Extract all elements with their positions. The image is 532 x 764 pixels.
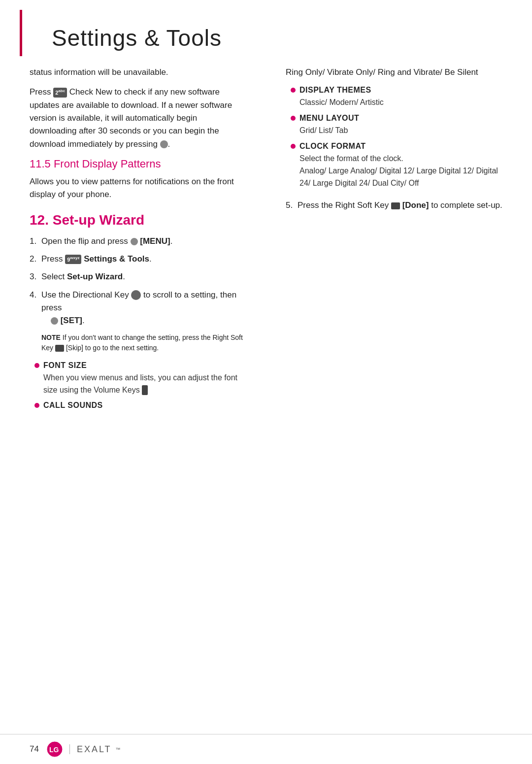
menu-layout-label: MENU LAYOUT	[291, 114, 502, 123]
step-1: 1. Open the flip and press [MENU].	[30, 235, 246, 248]
bullet-dot-layout	[291, 116, 296, 121]
menu-layout-body: Grid/ List/ Tab	[299, 125, 502, 137]
step-5-list: 5. Press the Right Soft Key [Done] to co…	[286, 199, 502, 212]
bullet-dot-font	[34, 363, 39, 368]
display-themes-body: Classic/ Modern/ Artistic	[299, 97, 502, 109]
trademark-symbol: ™	[116, 747, 121, 752]
brand-name: EXALT	[77, 744, 112, 755]
display-themes-section: DISPLAY THEMES Classic/ Modern/ Artistic	[291, 86, 502, 109]
step-4-bold: [SET]	[61, 316, 82, 325]
step-2-bold: Settings & Tools	[84, 254, 149, 264]
font-size-body: When you view menus and lists, you can a…	[43, 372, 246, 397]
step-1-bold: [MENU]	[140, 236, 170, 246]
clock-format-section: CLOCK FORMAT Select the format of the cl…	[291, 142, 502, 189]
font-size-label: FONT SIZE	[34, 361, 246, 370]
note-label: NOTE	[41, 333, 63, 341]
setup-steps-list: 1. Open the flip and press [MENU]. 2. Pr…	[30, 235, 246, 328]
section-11-5-body: Allows you to view patterns for notifica…	[30, 175, 246, 201]
ring-options-text: Ring Only/ Vibrate Only/ Ring and Vibrat…	[286, 66, 502, 79]
footer-logo: LG EXALT ™	[47, 741, 121, 757]
volume-key-icon	[142, 385, 148, 395]
footer-divider	[69, 744, 70, 754]
page-number: 74	[30, 744, 39, 754]
clock-format-label: CLOCK FORMAT	[291, 142, 502, 151]
svg-text:LG: LG	[49, 746, 59, 754]
page-header: Settings & Tools	[20, 10, 532, 56]
display-themes-label: DISPLAY THEMES	[291, 86, 502, 95]
right-soft-key-icon	[55, 345, 64, 352]
key-icon-9: 9wxyz	[65, 255, 81, 265]
call-sounds-section: CALL SOUNDS	[34, 401, 246, 410]
page-title: Settings & Tools	[52, 25, 222, 51]
lg-logo-icon: LG	[47, 741, 63, 757]
page-footer: 74 LG EXALT ™	[0, 734, 532, 764]
step-5: 5. Press the Right Soft Key [Done] to co…	[286, 199, 502, 212]
note-block: NOTE If you don't want to change the set…	[41, 332, 246, 353]
ok-key-icon-2	[131, 238, 138, 245]
step-3-bold: Set-up Wizard	[67, 272, 123, 281]
directional-key-icon	[131, 290, 141, 300]
step-5-done-bold: [Done]	[402, 200, 429, 210]
ok-key-icon	[160, 140, 168, 148]
left-column: status information will be unavailable. …	[30, 66, 256, 734]
font-size-section: FONT SIZE When you view menus and lists,…	[34, 361, 246, 397]
intro-text: status information will be unavailable.	[30, 66, 246, 79]
section-11-5-heading: 11.5 Front Display Patterns	[30, 158, 246, 170]
key-icon-2abc: 2abc	[53, 88, 67, 98]
bullet-dot-clock	[291, 144, 296, 149]
check-update-text: Press 2abc Check New to check if any new…	[30, 86, 246, 151]
menu-layout-section: MENU LAYOUT Grid/ List/ Tab	[291, 114, 502, 137]
right-column: Ring Only/ Vibrate Only/ Ring and Vibrat…	[276, 66, 502, 734]
bullet-dot-themes	[291, 88, 296, 93]
step-3: 3. Select Set-up Wizard.	[30, 270, 246, 283]
content-area: status information will be unavailable. …	[0, 66, 532, 734]
ok-key-icon-3	[51, 317, 58, 325]
step-2: 2. Press 9wxyz Settings & Tools.	[30, 253, 246, 266]
step-4: 4. Use the Directional Key to scroll to …	[30, 289, 246, 328]
page-container: Settings & Tools status information will…	[0, 0, 532, 764]
section-12-heading: 12. Set-up Wizard	[30, 212, 246, 228]
call-sounds-label: CALL SOUNDS	[34, 401, 246, 410]
right-soft-key-icon-2	[391, 202, 400, 209]
clock-format-body-1: Select the format of the clock. Analog/ …	[299, 153, 502, 189]
bullet-dot-call	[34, 403, 39, 408]
